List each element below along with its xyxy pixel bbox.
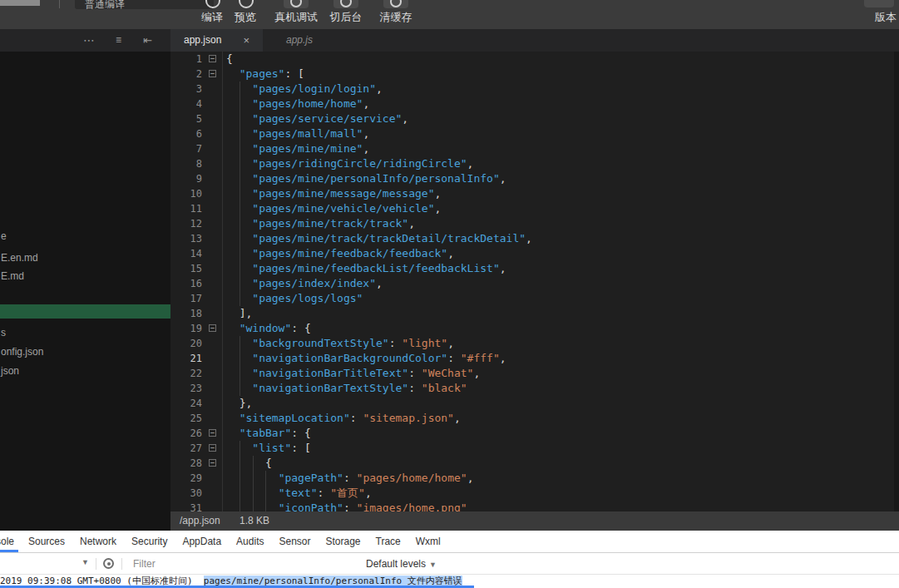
editor-tabs: app.json×app.js [170,29,336,52]
code-line[interactable]: 29 "pagePath": "pages/home/home", [170,471,899,486]
code-line[interactable]: 8 "pages/ridingCircle/ridingCircle", [170,156,899,171]
fold-column [202,231,223,246]
sidebar-item[interactable]: s [0,325,170,340]
code-line[interactable]: 13 "pages/mine/track/trackDetail/trackDe… [170,231,899,246]
line-number: 1 [170,52,202,67]
code-line[interactable]: 26− "tabBar": { [170,426,899,441]
fold-column [202,141,223,156]
fold-icon[interactable]: − [209,459,216,467]
tab-app.js[interactable]: app.js [263,29,336,52]
code-line[interactable]: 23 "navigationBarTextStyle": "black" [170,381,899,396]
line-number: 6 [170,126,202,141]
fold-icon[interactable]: − [209,429,216,437]
devtools-tab-trace[interactable]: Trace [368,531,408,552]
fold-icon[interactable]: − [209,70,216,77]
device-debug-button[interactable]: 真机调试 [273,0,319,29]
code-text: "backgroundTextStyle": "light", [223,336,454,351]
fold-icon[interactable]: − [209,55,216,62]
filter-input[interactable] [131,555,376,573]
line-number: 7 [170,141,202,156]
line-number: 10 [170,186,202,201]
line-number: 3 [170,82,202,96]
default-levels-dropdown[interactable]: Default levels▼ [366,553,437,575]
code-line[interactable]: 3 "pages/login/login", [170,82,899,96]
eye-icon[interactable] [103,558,114,569]
console-toolbar: ▼ Default levels▼ [0,553,899,575]
code-line[interactable]: 5 "pages/service/service", [170,111,899,126]
fold-column [202,471,223,486]
code-text: "navigationBarBackgroundColor": "#fff", [223,351,506,366]
line-number: 29 [170,471,202,486]
tab-app.json[interactable]: app.json× [170,29,263,52]
background-switch-icon [333,0,358,8]
code-line[interactable]: 16 "pages/index/index", [170,276,899,291]
code-line[interactable]: 11 "pages/mine/vehicle/vehicle", [170,201,899,216]
code-line[interactable]: 1−{ [170,52,899,67]
chevron-down-icon: ▼ [429,561,437,569]
code-line[interactable]: 20 "backgroundTextStyle": "light", [170,336,899,351]
code-line[interactable]: 28− { [170,456,899,471]
fold-icon[interactable]: − [209,444,216,452]
background-switch-button[interactable]: 切后台 [326,0,366,29]
code-editor[interactable]: 1−{2− "pages": [3 "pages/login/login",4 … [170,52,899,511]
code-line[interactable]: 7 "pages/mine/mine", [170,141,899,156]
devtools-tab-appdata[interactable]: AppData [175,531,229,552]
code-text: { [223,52,233,67]
preview-button[interactable]: 预览 [223,0,268,29]
code-line[interactable]: 9 "pages/mine/personalInfo/personalInfo"… [170,171,899,186]
code-line[interactable]: 30 "text": "首页", [170,486,899,501]
devtools-tab-audits[interactable]: Audits [229,531,271,552]
code-line[interactable]: 17 "pages/logs/logs" [170,291,899,306]
sidebar-item[interactable]: onfig.json [0,344,170,359]
fold-column: − [202,67,223,82]
file-list-icon[interactable]: ≡ [116,29,121,52]
devtools-tab-network[interactable]: Network [72,531,124,552]
editor-scrollbar[interactable] [894,52,899,511]
code-line[interactable]: 10 "pages/mine/message/message", [170,186,899,201]
code-line[interactable]: 27− "list": [ [170,441,899,456]
code-text: "pages/mine/feedback/feedback", [223,246,454,261]
code-line[interactable]: 2− "pages": [ [170,67,899,82]
devtools-tab-sources[interactable]: Sources [21,531,72,552]
code-line[interactable]: 14 "pages/mine/feedback/feedback", [170,246,899,261]
code-line[interactable]: 24 }, [170,396,899,411]
version-button[interactable]: 版本 [854,0,897,29]
code-text: "pages/ridingCircle/ridingCircle", [223,156,473,171]
toolbar-button-label: 真机调试 [273,10,319,25]
code-line[interactable]: 6 "pages/mall/mall", [170,126,899,141]
sidebar-item-selected[interactable] [0,304,170,319]
code-line[interactable]: 18 ], [170,306,899,321]
more-icon[interactable]: ⋯ [83,29,95,52]
devtools-tab-storage[interactable]: Storage [319,531,368,552]
collapse-sidebar-icon[interactable]: ⇤ [143,29,152,52]
fold-column [202,156,223,171]
fold-icon[interactable]: − [209,324,216,332]
code-line[interactable]: 19− "window": { [170,321,899,336]
indent-guide [265,471,266,511]
sidebar-item[interactable]: json [0,363,170,378]
tab-label: app.json [184,29,221,52]
clear-cache-button[interactable]: 清缓存 [376,0,416,29]
file-size-label: 1.8 KB [240,511,269,531]
devtools-tab-security[interactable]: Security [124,531,175,552]
code-line[interactable]: 21 "navigationBarBackgroundColor": "#fff… [170,351,899,366]
sidebar-item[interactable]: E.en.md [0,250,170,265]
code-lines: 1−{2− "pages": [3 "pages/login/login",4 … [170,52,899,511]
code-line[interactable]: 15 "pages/mine/feedbackList/feedbackList… [170,261,899,276]
code-line[interactable]: 31 "iconPath": "images/home.png" [170,501,899,511]
fold-column [202,111,223,126]
fold-column [202,336,223,351]
code-line[interactable]: 12 "pages/mine/track/track", [170,216,899,231]
sidebar-item[interactable]: E.md [0,269,170,284]
devtools-tab-console[interactable]: Console [0,531,18,552]
code-text: "tabBar": { [223,426,311,441]
devtools-tab-wxml[interactable]: Wxml [408,531,448,552]
sidebar-item[interactable]: e [0,229,170,244]
code-line[interactable]: 25 "sitemapLocation": "sitemap.json", [170,411,899,426]
close-icon[interactable]: × [243,29,249,52]
code-text: "text": "首页", [223,486,372,501]
code-line[interactable]: 4 "pages/home/home", [170,96,899,111]
devtools-tab-sensor[interactable]: Sensor [271,531,318,552]
context-dropdown-icon[interactable]: ▼ [82,558,89,566]
code-line[interactable]: 22 "navigationBarTitleText": "WeChat", [170,366,899,381]
